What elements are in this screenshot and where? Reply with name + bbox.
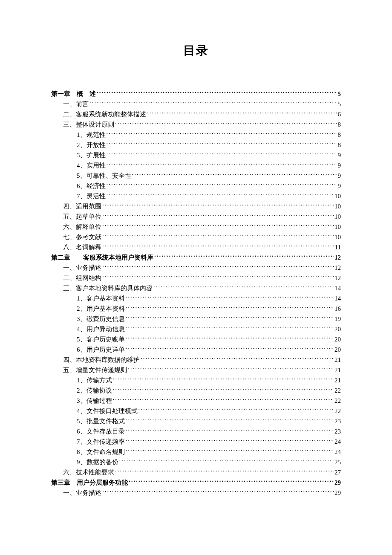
toc-entry[interactable]: 4、实用性9 <box>51 160 341 171</box>
toc-entry[interactable]: 7、灵活性10 <box>51 191 341 201</box>
toc-entry[interactable]: 第二章 客服系统本地用户资料库12 <box>51 252 341 263</box>
toc-entry-page: 6 <box>338 109 341 119</box>
toc-entry-label: 3、扩展性 <box>77 150 106 160</box>
toc-entry[interactable]: 一、业务描述29 <box>51 488 341 498</box>
toc-entry-label: 六、解释单位 <box>63 222 101 232</box>
toc-entry-page: 21 <box>334 365 341 375</box>
toc-entry[interactable]: 三、客户本地资料库的具体内容14 <box>51 283 341 293</box>
toc-entry[interactable]: 3、缴费历史信息19 <box>51 314 341 324</box>
toc-entry-label: 八、名词解释 <box>63 242 101 252</box>
toc-entry[interactable]: 3、传输过程22 <box>51 396 341 406</box>
toc-leader-dots <box>102 489 334 495</box>
toc-leader-dots <box>126 345 334 352</box>
toc-entry-page: 11 <box>335 242 341 252</box>
toc-entry[interactable]: 1、规范性8 <box>51 130 341 140</box>
toc-entry-page: 9 <box>338 150 341 160</box>
toc-entry-page: 24 <box>334 436 341 447</box>
toc-entry-page: 8 <box>338 119 341 130</box>
toc-leader-dots <box>97 90 337 96</box>
toc-entry-label: 4、实用性 <box>77 160 106 171</box>
toc-entry[interactable]: 一、前言5 <box>51 99 341 109</box>
toc-entry[interactable]: 六、技术性能要求27 <box>51 467 341 477</box>
toc-entry-page: 23 <box>334 426 341 436</box>
toc-entry[interactable]: 五、起草单位10 <box>51 211 341 222</box>
toc-leader-dots <box>119 458 334 464</box>
toc-entry-label: 2、传输协议 <box>77 385 112 396</box>
toc-entry[interactable]: 第一章 概 述5 <box>51 89 341 99</box>
toc-entry-page: 22 <box>334 406 341 416</box>
toc-entry[interactable]: 9、数据的备份25 <box>51 457 341 467</box>
toc-entry[interactable]: 七、参考文献10 <box>51 232 341 242</box>
toc-entry-page: 10 <box>334 191 341 201</box>
toc-entry[interactable]: 5、批量文件格式23 <box>51 416 341 426</box>
table-of-contents: 第一章 概 述5一、前言5二、客服系统新功能整体描述6三、整体设计原则81、规范… <box>51 89 341 498</box>
toc-entry-page: 22 <box>334 396 341 406</box>
toc-entry[interactable]: 四、本地资料库数据的维护21 <box>51 355 341 365</box>
toc-entry-page: 14 <box>334 283 341 293</box>
toc-entry[interactable]: 6、文件存放目录23 <box>51 426 341 436</box>
toc-entry[interactable]: 六、解释单位10 <box>51 222 341 232</box>
toc-entry-page: 12 <box>334 252 341 263</box>
toc-entry[interactable]: 6、用户历史详单20 <box>51 344 341 355</box>
toc-entry-page: 24 <box>334 447 341 457</box>
toc-entry-label: 4、文件接口处理模式 <box>77 406 138 416</box>
toc-leader-dots <box>107 141 337 147</box>
toc-entry-page: 5 <box>338 99 341 109</box>
toc-entry[interactable]: 5、客户历史账单20 <box>51 334 341 344</box>
toc-leader-dots <box>128 366 334 372</box>
toc-entry-page: 9 <box>338 160 341 171</box>
toc-entry-label: 五、增量文件传递规则 <box>63 365 127 375</box>
toc-entry-page: 20 <box>334 334 341 344</box>
toc-entry-label: 第三章 用户分层服务功能 <box>51 477 128 488</box>
toc-entry-label: 3、缴费历史信息 <box>77 314 125 324</box>
toc-entry-label: 5、可靠性、安全性 <box>77 171 131 181</box>
toc-entry-label: 一、前言 <box>63 99 89 109</box>
toc-entry[interactable]: 4、用户异动信息20 <box>51 324 341 334</box>
toc-entry-page: 29 <box>334 488 341 498</box>
toc-entry[interactable]: 一、业务描述12 <box>51 263 341 273</box>
toc-entry[interactable]: 5、可靠性、安全性9 <box>51 171 341 181</box>
toc-leader-dots <box>113 376 334 382</box>
toc-leader-dots <box>126 294 334 301</box>
toc-entry-label: 四、本地资料库数据的维护 <box>63 355 140 365</box>
toc-entry-page: 10 <box>334 222 341 232</box>
toc-leader-dots <box>113 396 334 403</box>
toc-entry-page: 16 <box>334 304 341 314</box>
toc-entry[interactable]: 8、文件命名规则24 <box>51 447 341 457</box>
toc-entry[interactable]: 2、用户基本资料16 <box>51 304 341 314</box>
toc-leader-dots <box>102 263 334 270</box>
toc-entry[interactable]: 第三章 用户分层服务功能29 <box>51 477 341 488</box>
toc-leader-dots <box>102 274 334 280</box>
toc-entry-label: 二、客服系统新功能整体描述 <box>63 109 146 119</box>
toc-entry[interactable]: 6、经济性9 <box>51 181 341 191</box>
toc-entry-label: 6、文件存放目录 <box>77 426 125 436</box>
toc-entry-label: 2、开放性 <box>77 140 106 150</box>
toc-entry[interactable]: 7、文件传递频率24 <box>51 436 341 447</box>
toc-entry[interactable]: 3、扩展性9 <box>51 150 341 160</box>
toc-entry[interactable]: 四、适用范围10 <box>51 201 341 211</box>
toc-entry[interactable]: 二、组网结构12 <box>51 273 341 283</box>
toc-entry[interactable]: 三、整体设计原则8 <box>51 119 341 130</box>
toc-entry-label: 一、业务描述 <box>63 263 101 273</box>
toc-entry-label: 第二章 客服系统本地用户资料库 <box>51 252 153 263</box>
toc-entry[interactable]: 4、文件接口处理模式22 <box>51 406 341 416</box>
toc-leader-dots <box>113 386 334 393</box>
toc-entry-label: 5、批量文件格式 <box>77 416 125 426</box>
toc-entry[interactable]: 五、增量文件传递规则21 <box>51 365 341 375</box>
toc-entry-label: 3、传输过程 <box>77 396 112 406</box>
toc-entry[interactable]: 1、传输方式21 <box>51 375 341 385</box>
toc-entry[interactable]: 1、客户基本资料14 <box>51 293 341 304</box>
toc-leader-dots <box>132 171 337 178</box>
toc-entry-label: 1、客户基本资料 <box>77 293 125 304</box>
toc-leader-dots <box>154 253 334 260</box>
toc-entry-label: 8、文件命名规则 <box>77 447 125 457</box>
toc-entry-label: 6、用户历史详单 <box>77 344 125 355</box>
toc-entry[interactable]: 2、传输协议22 <box>51 385 341 396</box>
toc-leader-dots <box>107 130 337 137</box>
toc-entry[interactable]: 八、名词解释11 <box>51 242 341 252</box>
toc-entry-label: 第一章 概 述 <box>51 89 96 99</box>
toc-leader-dots <box>107 182 337 188</box>
toc-entry[interactable]: 2、开放性8 <box>51 140 341 150</box>
toc-entry[interactable]: 二、客服系统新功能整体描述6 <box>51 109 341 119</box>
toc-leader-dots <box>102 202 334 208</box>
